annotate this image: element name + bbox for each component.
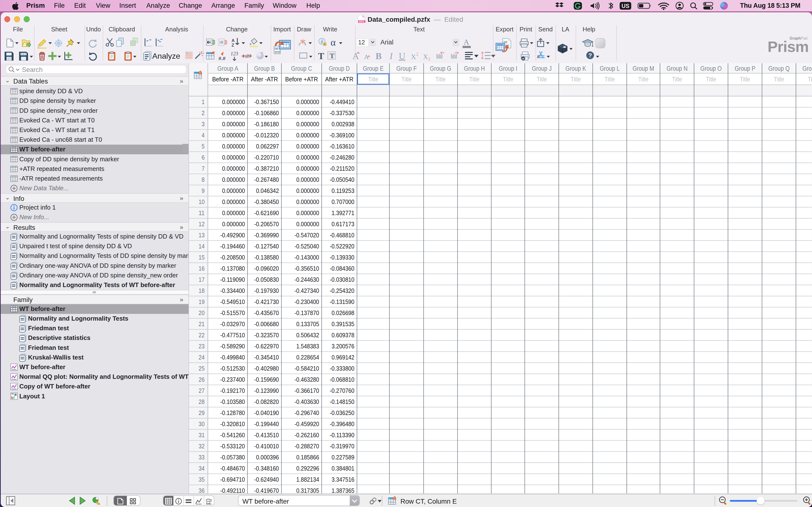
svg-text:2: 2 — [416, 52, 418, 57]
svg-text:B: B — [375, 51, 382, 61]
svg-text:-0.369990: -0.369990 — [254, 231, 279, 239]
svg-text:123: 123 — [231, 51, 238, 56]
svg-text:0.133705: 0.133705 — [296, 320, 319, 328]
svg-text:-0.211520: -0.211520 — [330, 165, 355, 172]
svg-text:Title: Title — [808, 75, 812, 83]
svg-text:Title: Title — [368, 75, 378, 83]
svg-text:Title: Title — [638, 75, 649, 83]
svg-text:9: 9 — [202, 187, 205, 194]
svg-text:Title: Title — [706, 75, 716, 83]
svg-text:0.000000: 0.000000 — [222, 187, 245, 194]
svg-text:-0.624940: -0.624940 — [254, 476, 279, 483]
svg-text:-0.192170: -0.192170 — [220, 387, 245, 394]
svg-text:10: 10 — [199, 198, 205, 206]
svg-text:-0.246280: -0.246280 — [330, 154, 355, 161]
svg-text:18: 18 — [199, 287, 205, 294]
svg-text:-0.419670: -0.419670 — [254, 487, 279, 494]
svg-text:-0.410010: -0.410010 — [254, 443, 279, 450]
svg-text:25: 25 — [199, 365, 205, 372]
svg-text:-0.323570: -0.323570 — [254, 332, 279, 339]
svg-text:-0.333800: -0.333800 — [330, 365, 355, 372]
svg-text:0.391535: 0.391535 — [332, 320, 355, 328]
svg-text:-0.348160: -0.348160 — [254, 465, 279, 472]
svg-text:-0.435670: -0.435670 — [254, 309, 279, 317]
svg-text:33: 33 — [199, 454, 205, 461]
svg-text:0.000000: 0.000000 — [296, 165, 319, 172]
svg-text:-0.148150: -0.148150 — [330, 398, 355, 405]
svg-text:1: 1 — [202, 98, 205, 106]
svg-text:0.000000: 0.000000 — [296, 209, 319, 217]
svg-text:0.000000: 0.000000 — [296, 143, 319, 150]
svg-text:34: 34 — [199, 465, 205, 472]
svg-text:-0.050830: -0.050830 — [254, 276, 279, 283]
svg-text:0.026698: 0.026698 — [332, 309, 355, 317]
svg-text:-0.082820: -0.082820 — [254, 398, 279, 405]
svg-text:X: X — [423, 53, 428, 61]
svg-text:35: 35 — [199, 476, 205, 483]
svg-text:Title: Title — [436, 75, 446, 83]
svg-text:0.228654: 0.228654 — [296, 354, 319, 361]
svg-text:0.609378: 0.609378 — [332, 332, 355, 339]
svg-text:-0.533120: -0.533120 — [220, 443, 245, 450]
svg-text:0.000000: 0.000000 — [222, 109, 245, 117]
svg-text:Group B: Group B — [254, 65, 275, 72]
svg-text:0.000000: 0.000000 — [222, 220, 245, 228]
svg-text:-0.492900: -0.492900 — [220, 231, 245, 239]
svg-text:?: ? — [589, 52, 592, 59]
svg-text:22: 22 — [199, 332, 205, 339]
svg-text:-0.199440: -0.199440 — [254, 420, 279, 428]
svg-text:0.000000: 0.000000 — [296, 187, 319, 194]
svg-text:0.000396: 0.000396 — [256, 454, 279, 461]
svg-text:-0.396480: -0.396480 — [330, 420, 355, 428]
svg-text:Before -ATR: Before -ATR — [212, 75, 244, 83]
svg-text:-0.006680: -0.006680 — [254, 320, 279, 328]
svg-text:-0.380450: -0.380450 — [254, 198, 279, 206]
svg-text:-0.138580: -0.138580 — [254, 254, 279, 261]
svg-text:-0.230400: -0.230400 — [295, 298, 319, 305]
svg-text:-0.387210: -0.387210 — [254, 165, 279, 172]
svg-text:0.000000: 0.000000 — [222, 165, 245, 172]
svg-text:-0.547020: -0.547020 — [295, 231, 319, 239]
svg-text:30: 30 — [199, 420, 205, 428]
svg-text:Title: Title — [401, 75, 412, 83]
svg-text:Group N: Group N — [666, 65, 688, 72]
svg-text:-0.131590: -0.131590 — [330, 298, 355, 305]
svg-text:-0.057380: -0.057380 — [220, 454, 245, 461]
svg-text:PZFX: PZFX — [359, 20, 364, 23]
svg-text:-0.525040: -0.525040 — [295, 243, 319, 250]
svg-text:1.882134: 1.882134 — [296, 476, 319, 483]
svg-text:-0.036250: -0.036250 — [330, 409, 355, 416]
svg-text:28: 28 — [199, 398, 205, 405]
svg-text:-0.244630: -0.244630 — [295, 276, 319, 283]
svg-text:-0.159690: -0.159690 — [254, 376, 279, 383]
svg-text:Group G: Group G — [430, 65, 451, 72]
svg-text:-0.012320: -0.012320 — [254, 131, 279, 139]
svg-text:0.317305: 0.317305 — [296, 487, 319, 494]
svg-text:-0.050540: -0.050540 — [330, 176, 355, 183]
svg-text:24: 24 — [199, 354, 205, 361]
svg-text:-0.449410: -0.449410 — [330, 98, 355, 106]
svg-text:0.384801: 0.384801 — [332, 465, 355, 472]
svg-text:Group H: Group H — [464, 65, 485, 72]
svg-text:1.392771: 1.392771 — [332, 209, 355, 217]
svg-text:-0.194460: -0.194460 — [220, 243, 245, 250]
svg-text:-0.262160: -0.262160 — [295, 432, 319, 439]
svg-text:0.506432: 0.506432 — [296, 332, 319, 339]
svg-text:0.969142: 0.969142 — [332, 354, 355, 361]
svg-text:8: 8 — [202, 176, 205, 183]
svg-text:-0.463280: -0.463280 — [295, 376, 319, 383]
svg-text:Group R: Group R — [803, 65, 812, 72]
svg-text:-0.143000: -0.143000 — [295, 254, 319, 261]
svg-text:-0.186180: -0.186180 — [254, 120, 279, 128]
svg-text:0.000000: 0.000000 — [296, 98, 319, 106]
svg-text:-0.106860: -0.106860 — [254, 109, 279, 117]
svg-text:Group J: Group J — [532, 65, 552, 72]
svg-text:Group K: Group K — [565, 65, 586, 72]
svg-text:Title: Title — [503, 75, 513, 83]
svg-text:-0.163610: -0.163610 — [330, 143, 355, 150]
svg-text:Group F: Group F — [396, 65, 417, 72]
svg-text:-0.356510: -0.356510 — [295, 265, 319, 272]
svg-text:29: 29 — [199, 409, 205, 416]
svg-text:-0.139330: -0.139330 — [330, 254, 355, 261]
svg-text:-0.220710: -0.220710 — [254, 154, 279, 161]
